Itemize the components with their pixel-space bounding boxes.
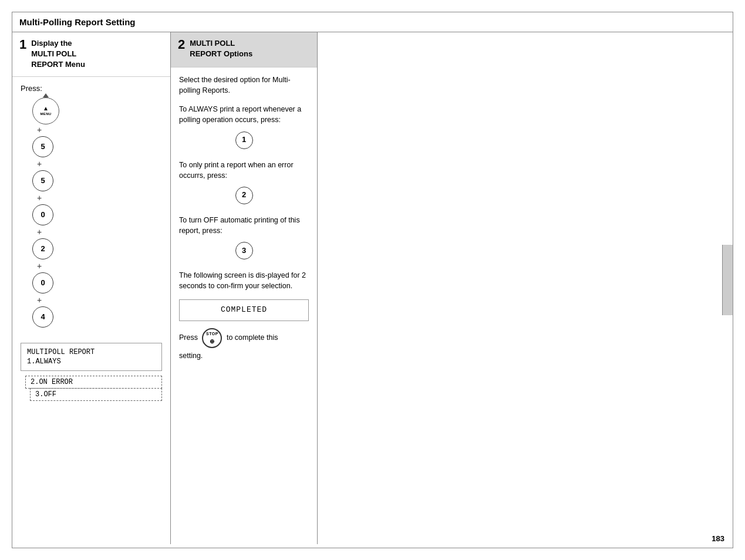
page-container: Multi-Polling Report Setting 1 Display t… bbox=[12, 12, 733, 548]
press-stop-line: Press STOP ⊕ to complete this bbox=[179, 328, 309, 348]
confirm-text: The following screen is dis-played for 2… bbox=[179, 270, 309, 291]
lcd-screen: MULTIPOLL REPORT 1.ALWAYS bbox=[21, 343, 162, 371]
step2-header: 2 MULTI POLL REPORT Options bbox=[171, 32, 317, 68]
menu-key-label: ▲ MENU bbox=[41, 105, 52, 116]
option1-key-row: 1 bbox=[179, 129, 309, 151]
right-sidebar-tab bbox=[722, 245, 733, 315]
completed-display: COMPLETED bbox=[179, 299, 309, 321]
step2-title: MULTI POLL REPORT Options bbox=[190, 38, 252, 59]
key-1-circle: 1 bbox=[235, 131, 253, 149]
option1-text: To ALWAYS print a report whenever a poll… bbox=[179, 104, 309, 125]
plus-1: + bbox=[37, 125, 42, 134]
stop-icon: ⊕ bbox=[210, 337, 214, 346]
step1-number: 1 bbox=[19, 38, 26, 51]
step1-header: 1 Display the MULTI POLL REPORT Menu bbox=[12, 32, 170, 77]
step2-body: Select the desired option for Multi-poll… bbox=[171, 68, 317, 368]
step2-column: 2 MULTI POLL REPORT Options Select the d… bbox=[171, 32, 318, 544]
press-complete-word: to complete this bbox=[227, 333, 278, 342]
intro-block: Select the desired option for Multi-poll… bbox=[179, 75, 309, 96]
key-3-circle: 3 bbox=[235, 242, 253, 259]
step2-number: 2 bbox=[178, 38, 185, 51]
intro-text: Select the desired option for Multi-poll… bbox=[179, 75, 309, 96]
key-4: 4 bbox=[32, 306, 53, 328]
page-title: Multi-Polling Report Setting bbox=[19, 17, 135, 27]
option2-key-row: 2 bbox=[179, 184, 309, 207]
lcd-line2: 1.ALWAYS bbox=[27, 357, 156, 366]
setting-word-line: setting. bbox=[179, 350, 309, 361]
page-number: 183 bbox=[712, 534, 724, 543]
option3-text: To turn OFF automatic printing of this r… bbox=[179, 215, 309, 236]
plus-6: + bbox=[37, 295, 42, 305]
key-5-second: 5 bbox=[32, 170, 53, 191]
option1-block: To ALWAYS print a report whenever a poll… bbox=[179, 104, 309, 151]
setting-word: setting. bbox=[179, 352, 203, 360]
plus-4: + bbox=[37, 227, 42, 237]
confirm-block: The following screen is dis-played for 2… bbox=[179, 270, 309, 291]
rest-area bbox=[318, 32, 733, 544]
lcd-option-1: 2.ON ERROR bbox=[25, 376, 162, 389]
option2-block: To only print a report when an error occ… bbox=[179, 160, 309, 207]
key-2: 2 bbox=[32, 238, 53, 259]
stop-label: STOP bbox=[206, 330, 218, 337]
lcd-options: 2.ON ERROR 3.OFF bbox=[21, 376, 162, 400]
lcd-option-2: 3.OFF bbox=[30, 388, 162, 401]
key-sequence: ▲ MENU + 5 + 5 + 0 + 2 + 0 + 4 bbox=[32, 97, 162, 329]
completed-text: COMPLETED bbox=[221, 305, 267, 314]
option3-block: To turn OFF automatic printing of this r… bbox=[179, 215, 309, 262]
option3-key-row: 3 bbox=[179, 239, 309, 262]
page-title-bar: Multi-Polling Report Setting bbox=[12, 12, 733, 32]
step1-column: 1 Display the MULTI POLL REPORT Menu Pre… bbox=[12, 32, 171, 544]
stop-button: STOP ⊕ bbox=[202, 328, 222, 348]
plus-2: + bbox=[37, 159, 42, 168]
key-2-circle: 2 bbox=[235, 187, 253, 204]
menu-key: ▲ MENU bbox=[32, 97, 59, 124]
option2-text: To only print a report when an error occ… bbox=[179, 160, 309, 181]
menu-arrow-icon bbox=[43, 93, 49, 97]
key-0-second: 0 bbox=[32, 272, 53, 294]
key-0-first: 0 bbox=[32, 204, 53, 225]
step1-body: Press: ▲ MENU + 5 + 5 + 0 bbox=[12, 77, 170, 407]
lcd-line1: MULTIPOLL REPORT bbox=[27, 348, 156, 356]
content-area: 1 Display the MULTI POLL REPORT Menu Pre… bbox=[12, 32, 733, 544]
press-word: Press bbox=[179, 333, 198, 342]
key-5-first: 5 bbox=[32, 136, 53, 157]
press-label: Press: bbox=[21, 84, 162, 93]
plus-3: + bbox=[37, 193, 42, 203]
lcd-display-area: MULTIPOLL REPORT 1.ALWAYS 2.ON ERROR 3.O… bbox=[21, 343, 162, 400]
plus-5: + bbox=[37, 261, 42, 271]
step1-title: Display the MULTI POLL REPORT Menu bbox=[31, 38, 85, 70]
